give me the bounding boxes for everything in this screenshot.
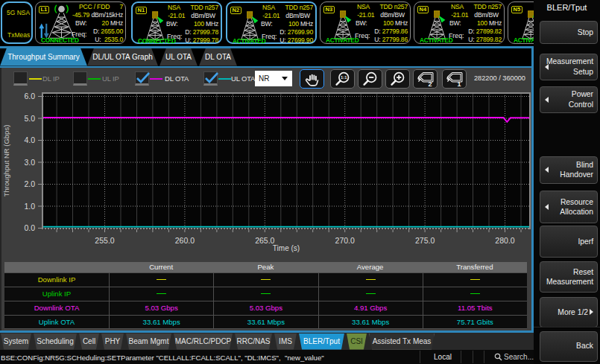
svg-text:5.0: 5.0 [24, 114, 35, 123]
svg-text:2.0: 2.0 [24, 179, 35, 188]
svg-text:1.0: 1.0 [24, 202, 35, 211]
svg-text:2: 2 [428, 80, 432, 87]
svg-text:0.0: 0.0 [24, 223, 35, 232]
svg-text:4.0: 4.0 [24, 135, 35, 144]
svg-text:3.0: 3.0 [24, 158, 35, 167]
svg-text:275.0: 275.0 [415, 236, 435, 245]
svg-text:Time (s): Time (s) [273, 244, 300, 252]
svg-text:280.0: 280.0 [495, 236, 514, 245]
svg-text:255.0: 255.0 [95, 236, 114, 245]
svg-text:270.0: 270.0 [335, 236, 355, 245]
svg-text:260.0: 260.0 [175, 236, 195, 245]
svg-text:265.0: 265.0 [255, 236, 274, 245]
svg-text:Throughput NR (Gbps): Throughput NR (Gbps) [2, 125, 10, 197]
svg-text:1:1: 1:1 [341, 75, 347, 80]
svg-text:1: 1 [457, 80, 461, 87]
svg-text:6.0: 6.0 [24, 92, 35, 100]
